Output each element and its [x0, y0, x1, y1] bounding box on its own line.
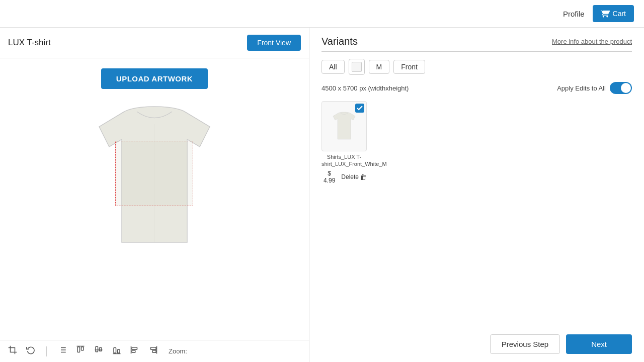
- delete-button[interactable]: Delete 🗑: [341, 173, 367, 181]
- product-title: LUX T-shirt: [8, 38, 247, 48]
- product-cards: Shirts_LUX T-shirt_LUX_Front_White_M $ 4…: [321, 101, 632, 184]
- product-card-price: $ 4.99: [321, 170, 337, 184]
- svg-rect-11: [100, 348, 102, 351]
- cart-button[interactable]: Cart: [593, 5, 634, 22]
- profile-link[interactable]: Profile: [563, 10, 585, 18]
- svg-rect-21: [152, 350, 156, 353]
- filter-pills: All M Front: [321, 59, 632, 75]
- filter-all-pill[interactable]: All: [321, 60, 345, 74]
- svg-rect-18: [132, 350, 135, 353]
- crop-icon[interactable]: [8, 345, 17, 357]
- cart-icon: [601, 9, 610, 18]
- header: Profile Cart: [0, 0, 644, 28]
- svg-rect-17: [132, 347, 137, 350]
- filter-white-pill[interactable]: [349, 59, 365, 75]
- filter-m-pill[interactable]: M: [369, 60, 390, 74]
- svg-rect-14: [118, 349, 120, 353]
- toolbar-divider-1: [46, 346, 47, 356]
- align-bottom-icon[interactable]: [112, 345, 121, 357]
- card-checkbox[interactable]: [355, 104, 364, 113]
- align-center-h-icon[interactable]: [58, 345, 67, 357]
- toggle-knob: [621, 83, 631, 93]
- left-panel: LUX T-shirt Front View UPLOAD ARTWORK: [0, 28, 309, 362]
- product-card-price-row: $ 4.99 Delete 🗑: [321, 170, 367, 184]
- svg-rect-7: [77, 347, 80, 352]
- variants-divider: [321, 51, 632, 52]
- front-view-button[interactable]: Front View: [247, 35, 301, 51]
- filter-front-pill[interactable]: Front: [393, 60, 425, 74]
- toolbar: Zoom:: [0, 340, 309, 362]
- product-card: Shirts_LUX T-shirt_LUX_Front_White_M $ 4…: [321, 101, 367, 184]
- delete-label: Delete: [341, 173, 359, 180]
- cart-label: Cart: [613, 10, 626, 18]
- previous-step-button[interactable]: Previous Step: [490, 334, 560, 354]
- svg-rect-13: [114, 348, 116, 353]
- variants-title: Variants: [321, 36, 358, 47]
- bottom-actions: Previous Step Next: [321, 324, 632, 354]
- right-panel: Variants More info about the product All…: [309, 28, 644, 362]
- apply-edits-toggle[interactable]: [610, 82, 632, 94]
- align-middle-icon[interactable]: [94, 345, 103, 357]
- svg-rect-8: [82, 347, 84, 350]
- canvas-area: UPLOAD ARTWORK: [0, 58, 309, 340]
- tshirt-container: [79, 97, 230, 257]
- rotate-icon[interactable]: [26, 345, 35, 357]
- product-card-name: Shirts_LUX T-shirt_LUX_Front_White_M: [321, 153, 367, 168]
- align-right-icon[interactable]: [148, 345, 157, 357]
- apply-edits-row: Apply Edits to All: [557, 82, 632, 94]
- svg-rect-10: [96, 346, 98, 352]
- checkmark-icon: [357, 105, 363, 111]
- svg-rect-20: [151, 347, 156, 350]
- dimensions-text: 4500 x 5700 px (widthxheight): [321, 84, 409, 92]
- next-button[interactable]: Next: [566, 334, 632, 354]
- zoom-label: Zoom:: [169, 347, 187, 355]
- print-area: [115, 141, 193, 206]
- left-header: LUX T-shirt Front View: [0, 28, 309, 58]
- variants-header: Variants More info about the product: [321, 36, 632, 47]
- more-info-link[interactable]: More info about the product: [552, 38, 632, 45]
- dimensions-row: 4500 x 5700 px (widthxheight) Apply Edit…: [321, 82, 632, 94]
- align-left-icon[interactable]: [130, 345, 139, 357]
- apply-edits-label: Apply Edits to All: [557, 84, 606, 92]
- trash-icon: 🗑: [360, 173, 367, 181]
- product-card-tshirt-svg: [329, 109, 359, 144]
- product-card-image-wrapper[interactable]: [321, 101, 367, 151]
- align-top-icon[interactable]: [76, 345, 85, 357]
- white-color-swatch: [352, 62, 362, 72]
- upload-artwork-button[interactable]: UPLOAD ARTWORK: [101, 68, 208, 89]
- main-layout: LUX T-shirt Front View UPLOAD ARTWORK: [0, 28, 644, 362]
